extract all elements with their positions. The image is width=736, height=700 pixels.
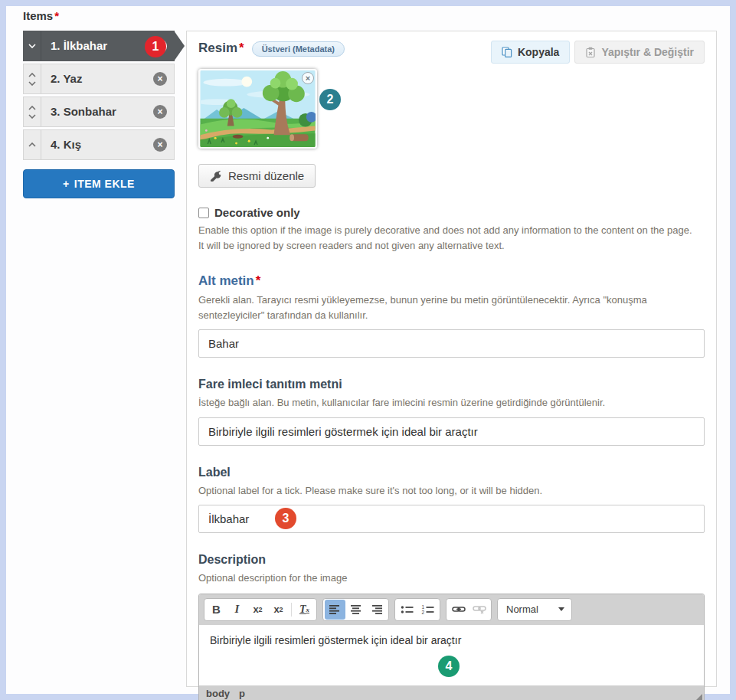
copy-button[interactable]: Kopyala xyxy=(491,41,570,64)
image-field-title: Resim* xyxy=(198,41,244,56)
label-heading: Label xyxy=(198,466,705,479)
move-handle[interactable] xyxy=(24,97,41,126)
paste-button-label: Yapıştır & Değiştir xyxy=(601,46,694,58)
panel-header: Resim* Üstveri (Metadata) Kopyala xyxy=(198,41,705,64)
description-text: Birbiriyle ilgili resimleri göstermek iç… xyxy=(210,634,461,646)
sidebar-item-kis[interactable]: 4. Kış × xyxy=(23,129,175,160)
description-help: Optional description for the image xyxy=(198,571,700,586)
page-frame: Items* 1. İlkbahar 1 × 2. Yaz × xyxy=(0,0,736,700)
align-left-button[interactable] xyxy=(325,600,345,620)
chevron-down-icon[interactable] xyxy=(28,114,36,119)
align-right-icon xyxy=(371,604,383,615)
insert-link-button[interactable] xyxy=(448,600,469,620)
description-heading: Description xyxy=(198,553,705,567)
chevron-up-icon[interactable] xyxy=(28,73,36,77)
bold-button[interactable]: B xyxy=(206,600,227,620)
remove-item-button[interactable]: × xyxy=(153,97,174,126)
required-asterisk: * xyxy=(256,273,261,288)
plus-icon: + xyxy=(63,178,70,190)
sidebar-item-label: 3. Sonbahar xyxy=(41,97,116,126)
sidebar-item-ilkbahar[interactable]: 1. İlkbahar 1 × xyxy=(23,31,175,61)
subscript-button[interactable]: x2 xyxy=(247,600,268,620)
bulleted-list-icon xyxy=(401,604,414,615)
sidebar-item-label: 2. Yaz xyxy=(41,64,82,93)
dropdown-caret-icon xyxy=(558,607,564,611)
italic-button[interactable]: I xyxy=(227,600,247,620)
sidebar-item-sonbahar[interactable]: 3. Sonbahar × xyxy=(23,96,175,127)
edit-image-button[interactable]: Resmi düzenle xyxy=(198,164,316,188)
hover-text-input[interactable] xyxy=(198,417,705,446)
image-thumbnail[interactable]: × xyxy=(198,69,317,149)
move-handle[interactable] xyxy=(24,64,41,93)
remove-image-icon[interactable]: × xyxy=(302,72,314,84)
alt-text-help: Gerekli alan. Tarayıcı resmi yükleyemezs… xyxy=(198,293,700,322)
hover-text-heading: Fare imleci tanıtım metni xyxy=(198,378,705,391)
format-selected-value: Normal xyxy=(506,604,551,615)
paste-replace-button[interactable]: Yapıştır & Değiştir xyxy=(574,41,705,64)
svg-text:2: 2 xyxy=(422,610,425,615)
annotation-badge-2: 2 xyxy=(319,89,341,110)
decorative-only-row: Decorative only xyxy=(198,206,705,219)
toolbar-separator xyxy=(291,603,292,617)
unlink-button[interactable] xyxy=(469,600,489,620)
editor-content-area[interactable]: Birbiriyle ilgili resimleri göstermek iç… xyxy=(199,625,704,685)
decorative-only-label: Decorative only xyxy=(214,206,300,219)
numbered-list-icon: 1 2 xyxy=(421,604,434,615)
annotation-badge-1: 1 xyxy=(145,36,166,57)
close-icon[interactable]: × xyxy=(153,72,167,86)
editor-toolbar: B I x2 x2 Tx xyxy=(199,594,704,625)
sidebar-item-label: 4. Kış xyxy=(41,130,81,159)
label-help: Optional label for a tick. Please make s… xyxy=(198,483,700,499)
superscript-button[interactable]: x2 xyxy=(268,600,289,620)
metadata-button[interactable]: Üstveri (Metadata) xyxy=(252,41,345,57)
required-asterisk: * xyxy=(239,41,244,55)
add-item-button[interactable]: +ITEM EKLE xyxy=(23,169,175,198)
alt-text-input[interactable] xyxy=(198,329,705,358)
editor-canvas: Items* 1. İlkbahar 1 × 2. Yaz × xyxy=(6,6,730,694)
move-handle[interactable] xyxy=(24,130,41,159)
remove-item-button[interactable]: × xyxy=(153,64,174,93)
decorative-only-checkbox[interactable] xyxy=(198,208,209,218)
unlink-icon xyxy=(473,605,486,614)
align-center-icon xyxy=(350,604,362,615)
bulleted-list-button[interactable] xyxy=(397,600,417,620)
resize-handle[interactable] xyxy=(696,694,702,700)
svg-text:1: 1 xyxy=(422,604,425,610)
chevron-down-icon[interactable] xyxy=(28,44,36,48)
hover-text-help: İsteğe bağlı alan. Bu metin, kullanıcıla… xyxy=(198,395,700,411)
spring-landscape-image xyxy=(200,70,316,147)
paragraph-format-select[interactable]: Normal xyxy=(497,598,572,621)
required-asterisk: * xyxy=(54,9,59,22)
items-sidebar: 1. İlkbahar 1 × 2. Yaz × 3. Sonbahar × xyxy=(23,31,175,198)
items-field-label: Items* xyxy=(23,9,59,22)
chevron-down-icon[interactable] xyxy=(28,81,36,86)
remove-format-button[interactable]: Tx xyxy=(294,600,315,620)
copy-icon xyxy=(502,47,512,57)
sidebar-item-label: 1. İlkbahar xyxy=(41,31,107,61)
numbered-list-button[interactable]: 1 2 xyxy=(417,600,438,620)
close-icon[interactable]: × xyxy=(153,105,167,119)
annotation-badge-3: 3 xyxy=(275,508,296,529)
paste-icon xyxy=(585,47,596,58)
alt-text-heading: Alt metin* xyxy=(198,273,705,289)
chevron-up-icon[interactable] xyxy=(28,142,36,147)
align-right-button[interactable] xyxy=(366,600,387,620)
path-body[interactable]: body xyxy=(206,688,230,699)
annotation-badge-4: 4 xyxy=(438,656,460,677)
items-label-text: Items xyxy=(23,9,53,22)
rich-text-editor: B I x2 x2 Tx xyxy=(198,594,705,700)
align-left-icon xyxy=(329,604,342,615)
edit-image-label: Resmi düzenle xyxy=(228,169,304,182)
move-handle[interactable] xyxy=(24,31,41,61)
editor-elements-path: body p xyxy=(199,685,704,700)
decorative-only-help: Enable this option if the image is purel… xyxy=(198,223,700,253)
link-icon xyxy=(452,605,466,613)
align-center-button[interactable] xyxy=(345,600,366,620)
close-icon[interactable]: × xyxy=(153,138,167,152)
image-preview-row: × 2 xyxy=(198,69,705,149)
add-item-label: ITEM EKLE xyxy=(74,178,135,190)
path-p[interactable]: p xyxy=(239,688,245,699)
sidebar-item-yaz[interactable]: 2. Yaz × xyxy=(23,64,175,94)
chevron-up-icon[interactable] xyxy=(28,106,36,110)
remove-item-button[interactable]: × xyxy=(153,130,174,159)
